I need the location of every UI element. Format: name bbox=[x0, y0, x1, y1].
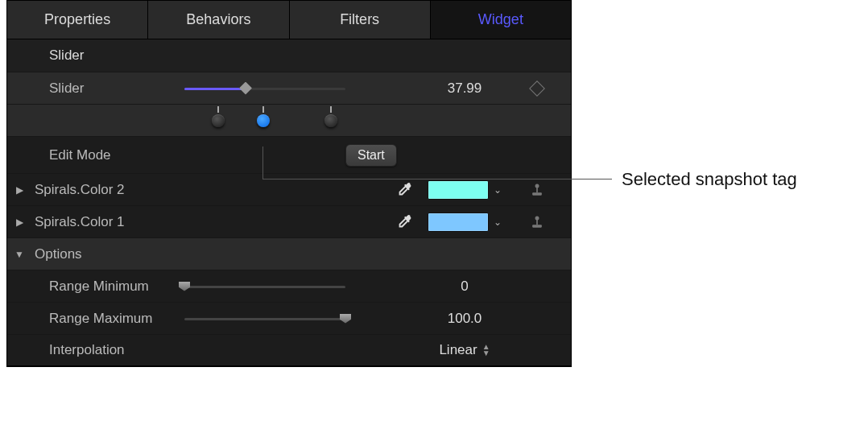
range-maximum-label: Range Maximum bbox=[31, 311, 184, 327]
edit-mode-start-button[interactable]: Start bbox=[345, 144, 397, 167]
tab-behaviors[interactable]: Behaviors bbox=[148, 1, 289, 39]
interpolation-popup[interactable]: Linear ▲▼ bbox=[439, 342, 490, 358]
parameter-row: ▶ Spirals.Color 1 ⌄ bbox=[7, 205, 571, 237]
tab-properties[interactable]: Properties bbox=[7, 1, 148, 39]
snapshot-tag-selected[interactable] bbox=[257, 114, 270, 127]
parameter-label: Spirals.Color 1 bbox=[31, 214, 184, 230]
parameter-label: Spirals.Color 2 bbox=[31, 182, 184, 198]
eyedropper-icon[interactable] bbox=[395, 213, 413, 231]
range-minimum-label: Range Minimum bbox=[31, 279, 184, 295]
slider-value[interactable]: 37.99 bbox=[416, 80, 513, 97]
chevron-down-icon[interactable]: ⌄ bbox=[494, 217, 502, 228]
snapshot-tags-row bbox=[7, 104, 571, 136]
snapshot-tag[interactable] bbox=[212, 114, 225, 127]
tab-filters[interactable]: Filters bbox=[290, 1, 431, 39]
color-well[interactable]: ⌄ bbox=[428, 212, 502, 232]
eyedropper-icon[interactable] bbox=[395, 181, 413, 199]
rig-icon[interactable] bbox=[529, 182, 545, 198]
range-minimum-row: Range Minimum 0 bbox=[7, 270, 571, 302]
chevron-down-icon[interactable]: ⌄ bbox=[494, 184, 502, 196]
parameter-row: ▶ Spirals.Color 2 ⌄ bbox=[7, 173, 571, 205]
range-maximum-row: Range Maximum 100.0 bbox=[7, 302, 571, 334]
snapshot-tag[interactable] bbox=[324, 114, 337, 127]
disclosure-triangle-down-icon[interactable]: ▼ bbox=[7, 249, 31, 260]
interpolation-label: Interpolation bbox=[31, 342, 184, 358]
interpolation-value: Linear bbox=[439, 342, 477, 358]
section-title-slider: Slider bbox=[7, 39, 571, 72]
slider-label: Slider bbox=[31, 80, 184, 97]
disclosure-triangle-right-icon[interactable]: ▶ bbox=[7, 184, 31, 196]
slider-control[interactable] bbox=[184, 80, 345, 97]
popup-arrows-icon: ▲▼ bbox=[482, 344, 490, 357]
interpolation-row: Interpolation Linear ▲▼ bbox=[7, 334, 571, 366]
color-swatch[interactable] bbox=[428, 212, 489, 232]
range-minimum-slider[interactable] bbox=[184, 279, 345, 294]
inspector-tabs: Properties Behaviors Filters Widget bbox=[7, 1, 571, 39]
disclosure-triangle-right-icon[interactable]: ▶ bbox=[7, 217, 31, 228]
svg-rect-1 bbox=[536, 187, 538, 192]
keyframe-icon[interactable] bbox=[529, 80, 545, 97]
inspector-panel: Properties Behaviors Filters Widget Slid… bbox=[6, 0, 572, 367]
annotation-text: Selected snapshot tag bbox=[622, 169, 797, 190]
rig-icon[interactable] bbox=[529, 214, 545, 230]
tab-widget[interactable]: Widget bbox=[431, 1, 571, 39]
range-minimum-value[interactable]: 0 bbox=[416, 279, 513, 295]
edit-mode-label: Edit Mode bbox=[31, 147, 184, 163]
options-header[interactable]: ▼ Options bbox=[7, 237, 571, 270]
range-maximum-value[interactable]: 100.0 bbox=[416, 311, 513, 327]
edit-mode-row: Edit Mode Start bbox=[7, 136, 571, 173]
svg-rect-5 bbox=[532, 225, 542, 227]
range-maximum-slider[interactable] bbox=[184, 312, 345, 326]
svg-rect-2 bbox=[532, 192, 542, 195]
color-well[interactable]: ⌄ bbox=[428, 180, 502, 200]
color-swatch[interactable] bbox=[428, 180, 489, 200]
svg-rect-4 bbox=[536, 219, 538, 225]
options-label: Options bbox=[31, 246, 184, 262]
slider-row: Slider 37.99 bbox=[7, 72, 571, 104]
